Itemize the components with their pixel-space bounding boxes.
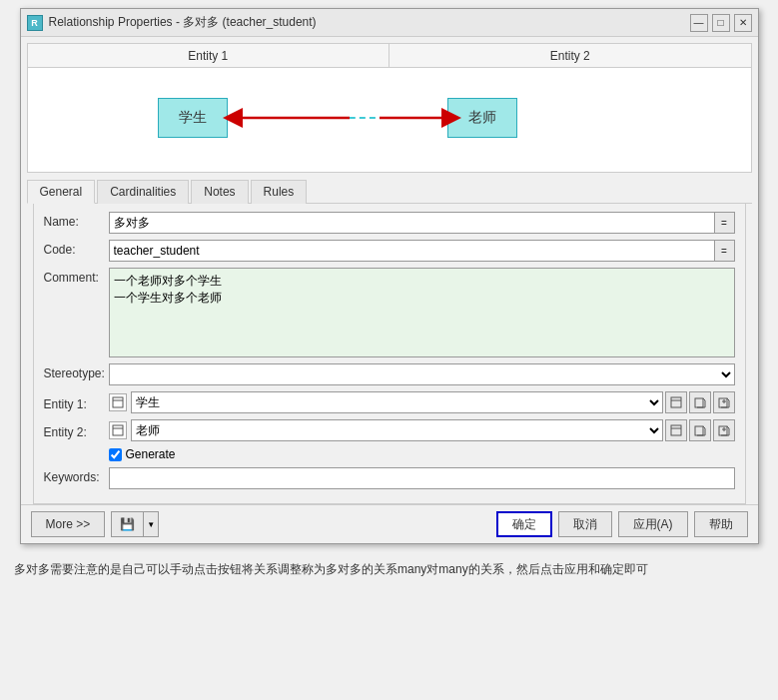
svg-rect-8	[719, 398, 727, 407]
entity-student: 学生	[158, 98, 228, 138]
save-dropdown-btn[interactable]: ▼	[143, 511, 159, 537]
stereotype-label: Stereotype:	[44, 363, 109, 380]
tabs: General Cardinalities Notes Rules	[27, 179, 752, 204]
name-label: Name:	[44, 212, 109, 229]
entity-teacher: 老师	[447, 98, 517, 138]
entity2-row: Entity 2: 老师	[44, 419, 735, 441]
close-button[interactable]: ✕	[734, 14, 752, 32]
keywords-row: Keywords:	[44, 467, 735, 489]
entity1-properties-btn[interactable]	[665, 391, 687, 413]
minimize-button[interactable]: —	[690, 14, 708, 32]
entity2-icon	[109, 421, 127, 439]
main-content: Entity 1 Entity 2 学生 老师	[21, 43, 758, 543]
svg-rect-15	[695, 426, 703, 435]
generate-row: Generate	[44, 447, 735, 461]
diagram-area: Entity 1 Entity 2 学生 老师	[27, 43, 752, 173]
code-label: Code:	[44, 240, 109, 257]
entity2-properties-btn[interactable]	[665, 419, 687, 441]
entity1-new-btn[interactable]	[713, 391, 735, 413]
save-main-btn[interactable]: 💾	[111, 511, 143, 537]
name-input[interactable]	[109, 212, 715, 234]
keywords-input[interactable]	[109, 467, 735, 489]
stereotype-select[interactable]	[109, 363, 735, 385]
entity2-header: Entity 2	[389, 44, 751, 67]
name-equal-btn[interactable]: =	[715, 212, 735, 234]
diagram-canvas: 学生 老师	[28, 68, 751, 173]
entity2-label: Entity 2:	[44, 422, 109, 439]
code-equal-btn[interactable]: =	[715, 240, 735, 262]
entity-headers: Entity 1 Entity 2	[28, 44, 751, 68]
entity1-header: Entity 1	[28, 44, 390, 67]
title-bar-left: R Relationship Properties - 多对多 (teacher…	[27, 14, 317, 31]
generate-checkbox[interactable]	[109, 448, 122, 461]
code-row: Code: =	[44, 240, 735, 262]
save-icon: 💾	[120, 517, 135, 531]
help-button[interactable]: 帮助	[694, 511, 748, 537]
description-text: 多对多需要注意的是自己可以手动点击按钮将关系调整称为多对多的关系many对man…	[14, 562, 648, 576]
svg-rect-11	[113, 425, 123, 435]
svg-rect-7	[695, 398, 703, 407]
cancel-button[interactable]: 取消	[558, 511, 612, 537]
title-bar: R Relationship Properties - 多对多 (teacher…	[21, 9, 758, 37]
form-area: Name: = Code: = Comment: 一个老师对多个学生 一个学生对…	[33, 204, 746, 504]
tab-general[interactable]: General	[27, 180, 96, 204]
arrows-svg	[28, 68, 751, 173]
entity2-new-btn[interactable]	[713, 419, 735, 441]
entity1-row: Entity 1: 学生	[44, 391, 735, 413]
generate-label: Generate	[126, 447, 176, 461]
maximize-button[interactable]: □	[712, 14, 730, 32]
entity2-browse-btn[interactable]	[689, 419, 711, 441]
tab-notes[interactable]: Notes	[191, 180, 248, 204]
diagram-svg	[28, 68, 751, 173]
entity1-browse-btn[interactable]	[689, 391, 711, 413]
entity1-select[interactable]: 学生	[131, 391, 663, 413]
entity1-icon	[109, 393, 127, 411]
keywords-label: Keywords:	[44, 467, 109, 484]
window-title: Relationship Properties - 多对多 (teacher_s…	[49, 14, 317, 31]
stereotype-row: Stereotype:	[44, 363, 735, 385]
more-button[interactable]: More >>	[31, 511, 106, 537]
svg-rect-16	[719, 426, 727, 435]
entity2-select[interactable]: 老师	[131, 419, 663, 441]
entity2-action-btns	[665, 419, 735, 441]
entity1-label: Entity 1:	[44, 394, 109, 411]
tab-rules[interactable]: Rules	[251, 180, 308, 204]
confirm-button[interactable]: 确定	[496, 511, 552, 537]
svg-rect-3	[113, 397, 123, 407]
description: 多对多需要注意的是自己可以手动点击按钮将关系调整称为多对多的关系many对man…	[0, 552, 778, 587]
main-window: R Relationship Properties - 多对多 (teacher…	[20, 8, 759, 544]
tab-cardinalities[interactable]: Cardinalities	[97, 180, 189, 204]
comment-label: Comment:	[44, 268, 109, 285]
comment-row: Comment: 一个老师对多个学生 一个学生对多个老师	[44, 268, 735, 357]
tabs-area: General Cardinalities Notes Rules Name: …	[21, 179, 758, 504]
code-input[interactable]	[109, 240, 715, 262]
save-split-btn: 💾 ▼	[111, 511, 159, 537]
name-row: Name: =	[44, 212, 735, 234]
apply-button[interactable]: 应用(A)	[618, 511, 688, 537]
svg-rect-5	[671, 397, 681, 407]
entity1-action-btns	[665, 391, 735, 413]
svg-rect-13	[671, 425, 681, 435]
window-icon: R	[27, 15, 43, 31]
comment-textarea[interactable]: 一个老师对多个学生 一个学生对多个老师	[109, 268, 735, 357]
button-row: More >> 💾 ▼ 确定 取消 应用(A) 帮助	[21, 504, 758, 543]
title-buttons: — □ ✕	[690, 14, 752, 32]
